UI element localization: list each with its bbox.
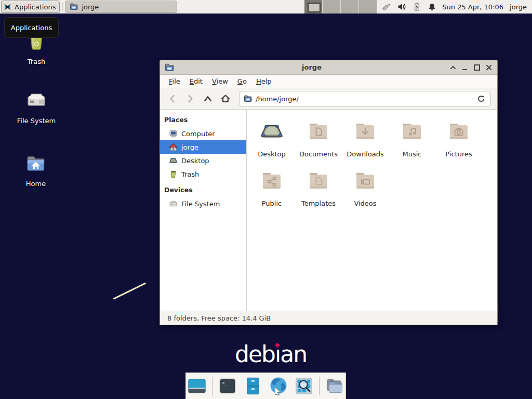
file-item-desktop[interactable]: Desktop [248, 119, 295, 168]
toolbar: /home/jorge/ [160, 88, 497, 110]
sidebar-item-jorge[interactable]: jorge [160, 140, 246, 154]
sidebar-item-desktop[interactable]: Desktop [160, 154, 246, 167]
window-folder-icon [165, 63, 174, 72]
hard-drive-icon [24, 88, 49, 113]
sidebar: Places Computer jorge Desktop Trash [160, 110, 247, 311]
terminal-launcher[interactable] [217, 376, 238, 396]
reload-button[interactable] [476, 94, 486, 104]
web-browser-launcher[interactable] [268, 376, 289, 396]
home-button[interactable] [218, 91, 233, 106]
menu-file[interactable]: File [164, 76, 185, 87]
screenshot-tool-icon[interactable] [381, 2, 392, 12]
file-item-documents[interactable]: Documents [295, 119, 342, 168]
back-button[interactable] [165, 91, 180, 106]
file-manager-window: jorge File Edit View Go Help /home/jorge… [159, 60, 498, 325]
pictures-folder-icon [446, 119, 471, 144]
file-item-pictures[interactable]: Pictures [435, 119, 482, 168]
panel-clock[interactable]: Sun 25 Apr, 10:06 [442, 3, 503, 11]
public-folder-icon [259, 168, 284, 193]
show-desktop-launcher[interactable] [187, 376, 207, 396]
debian-wallpaper-logo: debıan [235, 341, 307, 367]
file-item-public[interactable]: Public [248, 168, 295, 218]
desktop-icon [169, 156, 178, 165]
sidebar-item-trash[interactable]: Trash [160, 167, 246, 181]
menu-go[interactable]: Go [233, 76, 251, 87]
menubar: File Edit View Go Help [160, 75, 497, 88]
window-title: jorge [174, 63, 449, 71]
file-item-videos[interactable]: Videos [342, 168, 389, 218]
applications-tooltip-text: Applications [11, 24, 52, 32]
applications-tooltip: Applications [4, 17, 59, 38]
panel-user-menu[interactable]: jorge [510, 3, 527, 11]
battery-icon[interactable] [411, 2, 422, 12]
menu-edit[interactable]: Edit [185, 76, 207, 87]
documents-folder-icon [306, 119, 331, 144]
menu-view[interactable]: View [207, 76, 233, 87]
dock-separator [212, 377, 212, 395]
menu-help[interactable]: Help [251, 76, 276, 87]
templates-folder-icon [306, 168, 331, 193]
taskbar-window-button[interactable]: jorge [65, 1, 177, 13]
location-folder-icon [244, 95, 252, 103]
desktop: Applications jorge Sun 25 Apr, 10:06 jor… [0, 0, 532, 399]
taskbar-folder-icon [70, 3, 78, 11]
panel-handle[interactable] [61, 2, 64, 11]
music-folder-icon [400, 119, 424, 144]
location-bar[interactable]: /home/jorge/ [239, 91, 491, 107]
workspace-3[interactable] [341, 0, 359, 14]
debian-logo-pre: deb [235, 341, 275, 367]
minimize-button[interactable] [461, 64, 468, 71]
workspace-window-thumb [308, 3, 321, 12]
forward-button[interactable] [183, 91, 197, 106]
decoration-line [113, 282, 146, 299]
downloads-folder-icon [353, 119, 378, 144]
trash-small-icon [169, 170, 178, 179]
applications-menu-button[interactable]: Applications [1, 1, 60, 13]
notifications-bell-icon[interactable] [427, 2, 437, 12]
debian-logo-post: an [280, 341, 307, 367]
bottom-dock [185, 373, 346, 399]
desktop-icon-home-label: Home [26, 180, 46, 188]
volume-icon[interactable] [396, 2, 407, 12]
sidebar-places-header: Places [160, 114, 246, 127]
shade-button[interactable] [449, 64, 456, 71]
desktop-icon-file-system[interactable]: File System [13, 88, 60, 125]
workspace-2[interactable] [323, 0, 341, 14]
sidebar-devices-header: Devices [160, 184, 246, 197]
file-item-music[interactable]: Music [389, 119, 435, 168]
file-manager-launcher[interactable] [243, 376, 263, 396]
taskbar-window-label: jorge [82, 3, 99, 11]
up-button[interactable] [201, 91, 215, 106]
videos-folder-icon [353, 168, 378, 193]
statusbar: 8 folders, Free space: 14.4 GiB [160, 311, 497, 325]
sidebar-item-file-system[interactable]: File System [160, 197, 246, 210]
sidebar-item-computer[interactable]: Computer [160, 127, 246, 140]
desktop-folder-icon [259, 119, 284, 144]
statusbar-text: 8 folders, Free space: 14.4 GiB [167, 314, 271, 322]
workspace-switcher [304, 0, 377, 14]
window-body: Places Computer jorge Desktop Trash [160, 110, 497, 311]
file-list: Desktop Documents Downloads Music Pictur… [247, 110, 497, 311]
file-item-downloads[interactable]: Downloads [342, 119, 389, 168]
folders-launcher[interactable] [324, 376, 345, 396]
workspace-1[interactable] [304, 0, 323, 14]
house-icon [169, 143, 178, 152]
window-controls [449, 64, 492, 71]
file-item-templates[interactable]: Templates [295, 168, 342, 218]
desktop-icon-file-system-label: File System [17, 117, 56, 125]
desktop-icon-trash-label: Trash [28, 58, 45, 65]
applications-icon [3, 3, 12, 11]
workspace-4[interactable] [359, 0, 377, 14]
location-path[interactable]: /home/jorge/ [256, 95, 472, 103]
home-folder-icon [23, 151, 48, 176]
dock-separator [319, 377, 320, 395]
close-button[interactable] [485, 64, 492, 71]
system-tray [381, 2, 437, 12]
app-finder-launcher[interactable] [294, 376, 314, 396]
desktop-icon-home[interactable]: Home [12, 151, 59, 188]
window-titlebar[interactable]: jorge [160, 60, 497, 75]
debian-logo-i: ı [275, 341, 280, 367]
maximize-button[interactable] [473, 64, 480, 71]
top-panel: Applications jorge Sun 25 Apr, 10:06 jor… [0, 0, 532, 14]
computer-icon [169, 129, 178, 138]
